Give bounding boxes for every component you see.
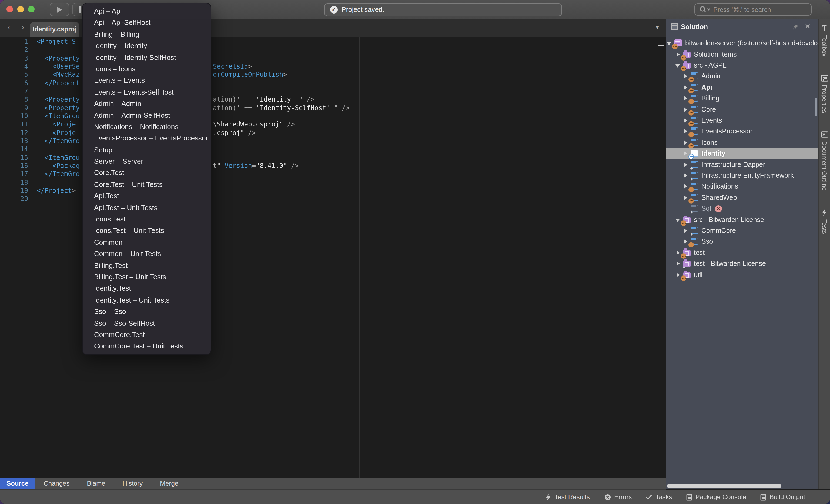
expander-down-icon[interactable]	[675, 217, 681, 222]
solution-tree-item-icons[interactable]: Icons	[666, 137, 818, 148]
solution-tree-item-core[interactable]: Core	[666, 104, 818, 115]
solution-tree-item-bitwarden-server-feature-self-hosted-development[interactable]: bitwarden-server (feature/self-hosted-de…	[666, 38, 818, 49]
expander-right-icon[interactable]	[683, 140, 689, 145]
solution-tree-item-identity[interactable]: Identity	[666, 148, 818, 159]
expander-right-icon[interactable]	[683, 74, 689, 79]
close-icon[interactable]: ✕	[805, 22, 810, 30]
run-config-menu-item[interactable]: Core.Test – Unit Tests	[83, 179, 211, 191]
run-config-menu-item[interactable]: CommCore.Test – Unit Tests	[83, 341, 211, 352]
solution-tree-item-solution-items[interactable]: Solution Items	[666, 49, 818, 60]
solution-tree-item-events[interactable]: Events	[666, 115, 818, 126]
solution-tree-item-commcore[interactable]: ✦CommCore	[666, 225, 818, 236]
statusbar-item-test-results[interactable]: Test Results	[545, 493, 590, 501]
dock-item-document-outline[interactable]: Document Outline	[821, 131, 828, 191]
tab-identity-csproj[interactable]: Identity.csproj	[30, 22, 79, 37]
run-config-menu-item[interactable]: Api – Api	[83, 5, 211, 17]
run-config-menu-item[interactable]: Setup	[83, 144, 211, 156]
expander-right-icon[interactable]	[675, 250, 681, 256]
window-close-button[interactable]	[6, 6, 13, 12]
chevron-down-icon[interactable]: ▼	[655, 25, 660, 30]
vc-tab-changes[interactable]: Changes	[35, 478, 78, 490]
vc-tab-merge[interactable]: Merge	[151, 478, 187, 490]
run-config-menu-item[interactable]: Icons – Icons	[83, 63, 211, 75]
expander-right-icon[interactable]	[683, 184, 689, 189]
expander-right-icon[interactable]	[683, 162, 689, 167]
dock-item-toolbox[interactable]: Toolbox	[821, 24, 828, 57]
run-config-menu-item[interactable]: Identity.Test	[83, 283, 211, 294]
run-config-menu-item[interactable]: Common	[83, 237, 211, 248]
run-config-menu-item[interactable]: Admin – Admin	[83, 98, 211, 109]
statusbar-item-tasks[interactable]: Tasks	[646, 493, 672, 501]
run-config-menu-item[interactable]: Api – Api-SelfHost	[83, 17, 211, 29]
run-config-menu-item[interactable]: Identity.Test – Unit Tests	[83, 294, 211, 306]
expander-right-icon[interactable]	[683, 228, 689, 233]
expander-right-icon[interactable]	[675, 52, 681, 57]
solution-tree-item-sso[interactable]: Sso	[666, 236, 818, 247]
run-config-menu-item[interactable]: Sso – Sso-SelfHost	[83, 317, 211, 329]
statusbar-item-build-output[interactable]: Build Output	[760, 493, 805, 501]
run-config-menu-item[interactable]: Events – Events-SelfHost	[83, 86, 211, 98]
solution-horizontal-scrollbar[interactable]	[667, 484, 781, 488]
solution-tree-item-eventsprocessor[interactable]: EventsProcessor	[666, 126, 818, 137]
run-config-menu-item[interactable]: Core.Test	[83, 167, 211, 179]
expander-right-icon[interactable]	[683, 239, 689, 244]
expander-right-icon[interactable]	[675, 272, 681, 277]
run-config-menu-item[interactable]: Api.Test	[83, 191, 211, 202]
solution-tree-item-src-agpl[interactable]: src - AGPL	[666, 60, 818, 71]
solution-tree-item-test-bitwarden-license[interactable]: ✦test - Bitwarden License	[666, 258, 818, 269]
expander-down-icon[interactable]	[667, 40, 672, 46]
run-button[interactable]	[50, 3, 69, 16]
run-config-menu-item[interactable]: Sso – Sso	[83, 306, 211, 317]
solution-tree-item-util[interactable]: util	[666, 269, 818, 280]
vc-tab-blame[interactable]: Blame	[78, 478, 114, 490]
expander-right-icon[interactable]	[683, 151, 689, 156]
run-config-menu-item[interactable]: Admin – Admin-SelfHost	[83, 109, 211, 121]
solution-tree-item-infrastructure-entityframework[interactable]: ✦Infrastructure.EntityFramework	[666, 170, 818, 181]
expander-right-icon[interactable]	[683, 173, 689, 178]
run-config-menu-item[interactable]: Common – Unit Tests	[83, 248, 211, 260]
run-config-menu-item[interactable]: Identity – Identity	[83, 40, 211, 52]
vc-tab-source[interactable]: Source	[0, 478, 35, 490]
run-config-menu-item[interactable]: Billing – Billing	[83, 29, 211, 40]
expander-right-icon[interactable]	[683, 129, 689, 134]
search-input[interactable]	[713, 6, 807, 13]
run-config-menu-item[interactable]: Billing.Test – Unit Tests	[83, 271, 211, 283]
run-config-menu-item[interactable]: Server – Server	[83, 156, 211, 167]
solution-tree-item-api[interactable]: Api	[666, 82, 818, 93]
solution-tree-item-src-bitwarden-license[interactable]: src - Bitwarden License	[666, 214, 818, 225]
scrollbar-marker[interactable]	[658, 45, 664, 46]
vc-tab-history[interactable]: History	[114, 478, 152, 490]
dock-item-properties[interactable]: Properties	[821, 75, 828, 113]
expander-right-icon[interactable]	[683, 85, 689, 90]
solution-tree-item-infrastructure-dapper[interactable]: ✦Infrastructure.Dapper	[666, 159, 818, 170]
statusbar-item-errors[interactable]: Errors	[604, 493, 632, 501]
expander-down-icon[interactable]	[675, 63, 681, 68]
run-config-menu-item[interactable]: Identity – Identity-SelfHost	[83, 52, 211, 63]
expander-right-icon[interactable]	[683, 195, 689, 200]
run-config-menu-item[interactable]: Icons.Test	[83, 213, 211, 225]
window-minimize-button[interactable]	[17, 6, 24, 12]
solution-tree-item-sharedweb[interactable]: SharedWeb	[666, 192, 818, 203]
solution-vertical-scrollbar[interactable]	[815, 98, 817, 116]
solution-tree-item-sql[interactable]: ✦Sql✕	[666, 203, 818, 214]
run-config-menu-item[interactable]: Icons.Test – Unit Tests	[83, 225, 211, 237]
run-config-menu-item[interactable]: Billing.Test	[83, 260, 211, 271]
solution-tree-item-admin[interactable]: Admin	[666, 71, 818, 82]
window-zoom-button[interactable]	[28, 6, 35, 12]
navigate-back-icon[interactable]: ‹	[7, 22, 10, 31]
expander-right-icon[interactable]	[675, 261, 681, 266]
run-config-menu-item[interactable]: EventsProcessor – EventsProcessor	[83, 133, 211, 144]
expander-right-icon[interactable]	[683, 96, 689, 101]
run-config-menu-item[interactable]: Notifications – Notifications	[83, 121, 211, 133]
run-config-menu-item[interactable]: CommCore.Test	[83, 329, 211, 341]
expander-right-icon[interactable]	[683, 107, 689, 112]
solution-tree-item-test[interactable]: test	[666, 247, 818, 258]
statusbar-item-package-console[interactable]: Package Console	[686, 493, 746, 501]
solution-tree-item-billing[interactable]: Billing	[666, 93, 818, 104]
run-config-menu-item[interactable]: Api.Test – Unit Tests	[83, 202, 211, 213]
navigate-forward-icon[interactable]: ›	[22, 22, 24, 31]
run-config-menu-item[interactable]: Events – Events	[83, 75, 211, 87]
pin-icon[interactable]	[793, 24, 799, 30]
dock-item-tests[interactable]: Tests	[821, 209, 828, 234]
expander-right-icon[interactable]	[683, 118, 689, 123]
